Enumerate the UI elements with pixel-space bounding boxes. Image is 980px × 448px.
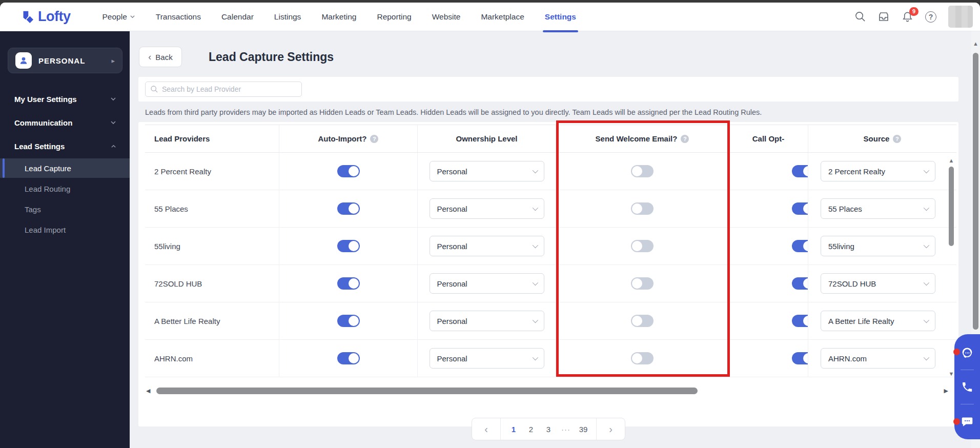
nav-item-transactions[interactable]: Transactions bbox=[146, 3, 211, 31]
chevron-down-icon bbox=[532, 205, 538, 211]
ownership-level-select[interactable]: Personal bbox=[430, 273, 544, 294]
nav-item-marketing[interactable]: Marketing bbox=[311, 3, 366, 31]
source-select[interactable]: 55 Places bbox=[821, 198, 935, 219]
search-icon[interactable] bbox=[854, 11, 866, 23]
support-headset-icon[interactable] bbox=[960, 345, 974, 360]
sidebar-section-communication[interactable]: Communication bbox=[0, 111, 130, 134]
phone-icon[interactable] bbox=[960, 380, 974, 394]
pagination-page-1[interactable]: 1 bbox=[507, 425, 520, 434]
scroll-right-arrow-icon[interactable]: ▶ bbox=[941, 388, 948, 394]
lead-providers-table: Lead ProvidersAuto-Import??Ownership Lev… bbox=[145, 125, 956, 377]
lofty-logo[interactable]: Lofty bbox=[19, 9, 70, 25]
select-value: 2 Percent Realty bbox=[828, 167, 924, 176]
nav-item-listings[interactable]: Listings bbox=[264, 3, 312, 31]
help-icon[interactable]: ? bbox=[925, 11, 937, 23]
horizontal-scrollbar[interactable]: ◀ ▶ bbox=[146, 386, 948, 395]
auto-import-toggle[interactable] bbox=[337, 315, 360, 327]
notifications-bell-icon[interactable]: 9 bbox=[901, 11, 913, 23]
auto-import-toggle[interactable] bbox=[337, 165, 360, 177]
page-scroll-up-arrow-icon[interactable]: ▲ bbox=[971, 40, 980, 47]
call-opt-in-toggle[interactable] bbox=[792, 277, 808, 290]
pagination-page-2[interactable]: 2 bbox=[524, 425, 538, 434]
ownership-level-select[interactable]: Personal bbox=[430, 311, 544, 331]
source-select[interactable]: A Better Life Realty bbox=[821, 311, 935, 331]
info-icon[interactable]: ? bbox=[893, 135, 901, 143]
scroll-up-arrow-icon[interactable]: ▲ bbox=[948, 157, 955, 164]
table-vertical-scrollbar[interactable]: ▲ ▼ bbox=[948, 157, 955, 377]
top-navigation-bar: Lofty PeopleTransactionsCalendarListings… bbox=[0, 3, 980, 31]
table-vertical-scroll-thumb[interactable] bbox=[949, 167, 954, 246]
scroll-down-arrow-icon[interactable]: ▼ bbox=[948, 371, 955, 377]
call-opt-in-toggle[interactable] bbox=[792, 352, 808, 364]
call-opt-in-toggle[interactable] bbox=[792, 240, 808, 252]
auto-import-toggle[interactable] bbox=[337, 277, 360, 290]
send-welcome-email-toggle[interactable] bbox=[631, 277, 654, 290]
user-avatar[interactable] bbox=[948, 6, 973, 28]
sidebar-section-lead-settings[interactable]: Lead Settings bbox=[0, 135, 130, 157]
source-select[interactable]: 2 Percent Realty bbox=[821, 161, 935, 181]
account-switcher[interactable]: PERSONAL ▸ bbox=[8, 48, 122, 73]
pagination-box: ‹ 123···39 › bbox=[472, 418, 625, 440]
provider-name: 72SOLD HUB bbox=[145, 265, 279, 302]
horizontal-scroll-thumb[interactable] bbox=[156, 388, 698, 394]
chevron-right-icon: ▸ bbox=[111, 57, 115, 65]
pagination: ‹ 123···39 › bbox=[138, 418, 958, 440]
info-icon[interactable]: ? bbox=[370, 135, 378, 143]
info-icon[interactable]: ? bbox=[681, 135, 689, 143]
column-header-call-opt: Call Opt- bbox=[729, 125, 808, 152]
column-header-lead-providers: Lead Providers bbox=[145, 125, 279, 152]
select-value: A Better Life Realty bbox=[828, 317, 924, 325]
pagination-page-3[interactable]: 3 bbox=[542, 425, 555, 434]
sidebar-item-lead-capture[interactable]: Lead Capture bbox=[0, 158, 130, 178]
chevron-left-icon: ‹ bbox=[148, 52, 151, 62]
send-welcome-email-toggle[interactable] bbox=[631, 240, 654, 252]
table-row: 2 Percent RealtyPersonal2 Percent Realty bbox=[145, 153, 956, 190]
source-select[interactable]: 72SOLD HUB bbox=[821, 273, 935, 294]
call-opt-in-toggle[interactable] bbox=[792, 165, 808, 177]
ownership-level-select[interactable]: Personal bbox=[430, 161, 544, 181]
provider-name: 55living bbox=[145, 228, 279, 264]
sidebar-item-tags[interactable]: Tags bbox=[0, 199, 130, 219]
chevron-down-icon bbox=[532, 168, 538, 173]
source-select[interactable]: AHRN.com bbox=[821, 348, 935, 369]
widget-divider bbox=[961, 404, 974, 404]
call-opt-in-toggle[interactable] bbox=[792, 202, 808, 215]
nav-item-website[interactable]: Website bbox=[422, 3, 471, 31]
pagination-page-39[interactable]: 39 bbox=[577, 425, 590, 434]
nav-item-reporting[interactable]: Reporting bbox=[366, 3, 421, 31]
search-input[interactable] bbox=[162, 85, 297, 93]
auto-import-toggle[interactable] bbox=[337, 240, 360, 252]
send-welcome-email-toggle[interactable] bbox=[631, 352, 654, 364]
send-welcome-email-toggle[interactable] bbox=[631, 165, 654, 177]
nav-item-marketplace[interactable]: Marketplace bbox=[471, 3, 534, 31]
chat-bubble-icon[interactable] bbox=[960, 414, 974, 429]
sidebar-item-lead-routing[interactable]: Lead Routing bbox=[0, 179, 130, 198]
ownership-level-select[interactable]: Personal bbox=[430, 348, 544, 369]
page-scroll-thumb[interactable] bbox=[973, 53, 978, 330]
horizontal-scroll-track[interactable] bbox=[153, 388, 941, 394]
inbox-icon[interactable] bbox=[877, 11, 890, 23]
send-welcome-email-toggle[interactable] bbox=[631, 315, 654, 327]
select-value: Personal bbox=[437, 242, 533, 251]
nav-item-people[interactable]: People bbox=[92, 3, 145, 31]
search-box[interactable] bbox=[145, 82, 302, 97]
chevron-up-icon bbox=[111, 142, 116, 151]
scroll-left-arrow-icon[interactable]: ◀ bbox=[146, 388, 153, 394]
pagination-next-button[interactable]: › bbox=[596, 418, 625, 440]
auto-import-toggle[interactable] bbox=[337, 352, 360, 364]
call-opt-in-toggle[interactable] bbox=[792, 315, 808, 327]
chevron-down-icon bbox=[924, 280, 929, 286]
back-button[interactable]: ‹ Back bbox=[139, 47, 182, 67]
pagination-prev-button[interactable]: ‹ bbox=[472, 418, 501, 440]
table-row: A Better Life RealtyPersonalA Better Lif… bbox=[145, 302, 956, 340]
ownership-level-select[interactable]: Personal bbox=[430, 198, 544, 219]
sidebar-section-my-user-settings[interactable]: My User Settings bbox=[0, 88, 130, 110]
nav-item-settings[interactable]: Settings bbox=[535, 3, 586, 31]
sidebar-item-lead-import[interactable]: Lead Import bbox=[0, 220, 130, 239]
ownership-level-select[interactable]: Personal bbox=[430, 236, 544, 256]
send-welcome-email-toggle[interactable] bbox=[631, 202, 654, 215]
source-select[interactable]: 55living bbox=[821, 236, 935, 256]
select-value: Personal bbox=[437, 354, 533, 363]
auto-import-toggle[interactable] bbox=[337, 202, 360, 215]
nav-item-calendar[interactable]: Calendar bbox=[211, 3, 264, 31]
